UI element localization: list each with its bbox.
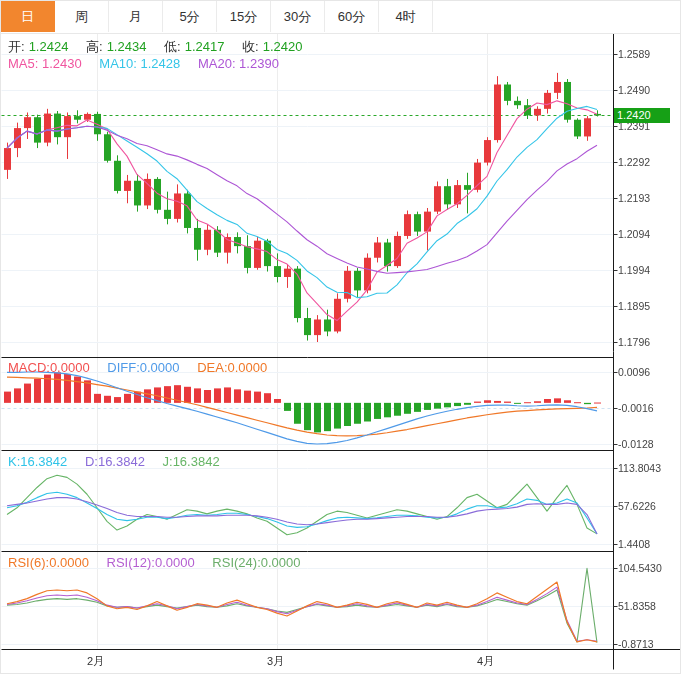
diff-legend-value: DIFF:0.0000 [107, 360, 179, 375]
rsi6-legend-value: RSI(6):0.0000 [8, 555, 89, 570]
candlestick-chart-canvas[interactable] [1, 1, 681, 674]
price-axis-tick: 1.2589 [618, 48, 650, 60]
low-label: 低: [164, 39, 181, 54]
rsi12-legend-value: RSI(12):0.0000 [107, 555, 195, 570]
price-axis-tick: 1.2193 [618, 192, 650, 204]
tab-week[interactable]: 周 [55, 1, 109, 32]
d-legend-value: D:16.3842 [85, 454, 145, 469]
kdj-axis-tick: 1.4408 [618, 538, 650, 550]
tab-30min[interactable]: 30分 [271, 1, 325, 32]
price-axis-tick: 1.2490 [618, 84, 650, 96]
month-axis-label: 2月 [87, 654, 104, 669]
price-axis-tick: 1.1796 [618, 336, 650, 348]
ma10-legend-value: MA10: 1.2428 [99, 56, 180, 71]
macd-legend: MACD:0.0000 DIFF:0.0000 DEA:0.0000 [8, 360, 271, 375]
tab-5min[interactable]: 5分 [163, 1, 217, 32]
ohlc-legend: 开:1.2424 高:1.2434 低:1.2417 收:1.2420 [8, 38, 306, 56]
tab-day[interactable]: 日 [1, 1, 55, 32]
rsi-legend: RSI(6):0.0000 RSI(12):0.0000 RSI(24):0.0… [8, 555, 305, 570]
j-legend-value: J:16.3842 [163, 454, 220, 469]
rsi-axis-tick: 51.8358 [618, 600, 656, 612]
kline-chart-window: 日 周 月 5分 15分 30分 60分 4时 开:1.2424 高:1.243… [0, 0, 681, 674]
macd-legend-value: MACD:0.0000 [8, 360, 90, 375]
close-label: 收: [242, 39, 259, 54]
close-value: 1.2420 [263, 39, 303, 54]
open-label: 开: [8, 39, 25, 54]
open-value: 1.2424 [29, 39, 69, 54]
price-axis-tick: 1.1994 [618, 264, 650, 276]
rsi-axis-tick: -0.8713 [618, 638, 654, 650]
month-axis-label: 3月 [267, 654, 284, 669]
low-value: 1.2417 [185, 39, 225, 54]
dea-legend-value: DEA:0.0000 [197, 360, 267, 375]
tab-month[interactable]: 月 [109, 1, 163, 32]
tab-4hour[interactable]: 4时 [379, 1, 433, 32]
tab-60min[interactable]: 60分 [325, 1, 379, 32]
macd-axis-tick: 0.0096 [618, 366, 650, 378]
period-tabbar: 日 周 月 5分 15分 30分 60分 4时 [1, 1, 680, 34]
kdj-axis-tick: 57.6226 [618, 500, 656, 512]
price-axis-tick: 1.2292 [618, 156, 650, 168]
current-price-badge: 1.2420 [614, 108, 670, 123]
month-axis-label: 4月 [477, 654, 494, 669]
rsi24-legend-value: RSI(24):0.0000 [212, 555, 300, 570]
macd-axis-tick: -0.0016 [618, 402, 654, 414]
ma5-legend-value: MA5: 1.2430 [8, 56, 82, 71]
high-value: 1.2434 [107, 39, 147, 54]
high-label: 高: [86, 39, 103, 54]
kdj-legend: K:16.3842 D:16.3842 J:16.3842 [8, 454, 224, 469]
kdj-axis-tick: 113.8043 [618, 462, 661, 474]
ma20-legend-value: MA20: 1.2390 [198, 56, 279, 71]
k-legend-value: K:16.3842 [8, 454, 67, 469]
tab-15min[interactable]: 15分 [217, 1, 271, 32]
ma-legend: MA5: 1.2430 MA10: 1.2428 MA20: 1.2390 [8, 56, 283, 71]
price-axis-tick: 1.1895 [618, 300, 650, 312]
price-axis-tick: 1.2094 [618, 228, 650, 240]
macd-axis-tick: -0.0128 [618, 438, 654, 450]
rsi-axis-tick: 104.5430 [618, 562, 662, 574]
